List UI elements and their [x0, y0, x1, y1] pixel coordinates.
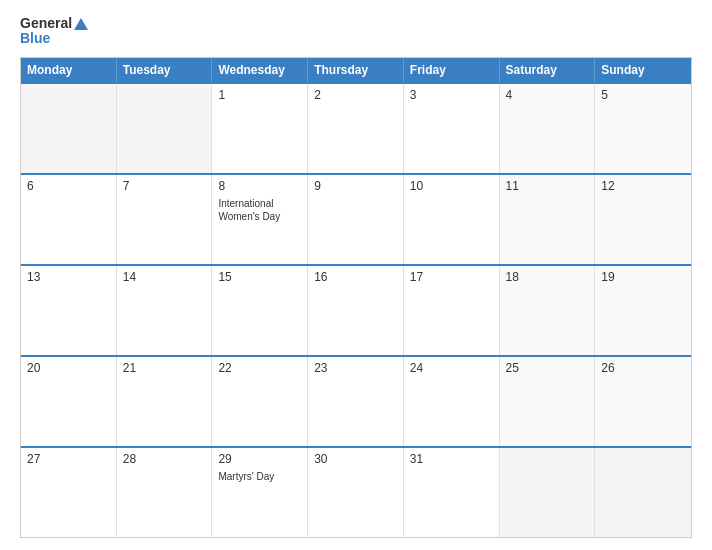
calendar-cell	[595, 448, 691, 537]
calendar-body: 12345678International Women's Day9101112…	[21, 82, 691, 537]
logo-triangle-icon	[74, 18, 88, 30]
day-number: 15	[218, 270, 301, 284]
calendar-cell: 15	[212, 266, 308, 355]
calendar-page: General Blue MondayTuesdayWednesdayThurs…	[0, 0, 712, 550]
calendar-cell: 8International Women's Day	[212, 175, 308, 264]
day-number: 11	[506, 179, 589, 193]
calendar-cell: 11	[500, 175, 596, 264]
calendar-cell: 21	[117, 357, 213, 446]
logo-blue-text: Blue	[20, 31, 50, 46]
calendar-cell: 9	[308, 175, 404, 264]
calendar-cell: 30	[308, 448, 404, 537]
day-number: 28	[123, 452, 206, 466]
calendar-cell: 14	[117, 266, 213, 355]
calendar-cell: 28	[117, 448, 213, 537]
day-number: 10	[410, 179, 493, 193]
calendar-event: International Women's Day	[218, 197, 301, 223]
calendar-cell: 2	[308, 84, 404, 173]
calendar-header-cell: Sunday	[595, 58, 691, 82]
calendar-grid: MondayTuesdayWednesdayThursdayFridaySatu…	[20, 57, 692, 538]
calendar-cell: 17	[404, 266, 500, 355]
day-number: 14	[123, 270, 206, 284]
calendar-cell: 16	[308, 266, 404, 355]
day-number: 3	[410, 88, 493, 102]
calendar-cell: 4	[500, 84, 596, 173]
logo: General Blue	[20, 16, 88, 47]
calendar-cell	[21, 84, 117, 173]
calendar-cell: 19	[595, 266, 691, 355]
calendar-cell: 20	[21, 357, 117, 446]
calendar-header-cell: Monday	[21, 58, 117, 82]
calendar-cell: 18	[500, 266, 596, 355]
day-number: 16	[314, 270, 397, 284]
day-number: 23	[314, 361, 397, 375]
logo-general-text: General	[20, 16, 72, 31]
calendar-week-row: 12345	[21, 82, 691, 173]
calendar-cell: 12	[595, 175, 691, 264]
day-number: 30	[314, 452, 397, 466]
day-number: 17	[410, 270, 493, 284]
page-header: General Blue	[20, 16, 692, 47]
day-number: 22	[218, 361, 301, 375]
day-number: 6	[27, 179, 110, 193]
day-number: 5	[601, 88, 685, 102]
day-number: 19	[601, 270, 685, 284]
day-number: 12	[601, 179, 685, 193]
calendar-week-row: 20212223242526	[21, 355, 691, 446]
calendar-week-row: 272829Martyrs' Day3031	[21, 446, 691, 537]
calendar-cell	[117, 84, 213, 173]
calendar-event: Martyrs' Day	[218, 470, 301, 483]
calendar-header-cell: Wednesday	[212, 58, 308, 82]
calendar-cell: 7	[117, 175, 213, 264]
calendar-header-cell: Friday	[404, 58, 500, 82]
day-number: 2	[314, 88, 397, 102]
calendar-week-row: 678International Women's Day9101112	[21, 173, 691, 264]
calendar-cell: 27	[21, 448, 117, 537]
calendar-cell: 24	[404, 357, 500, 446]
calendar-header-cell: Tuesday	[117, 58, 213, 82]
day-number: 25	[506, 361, 589, 375]
calendar-cell: 1	[212, 84, 308, 173]
calendar-cell: 26	[595, 357, 691, 446]
day-number: 13	[27, 270, 110, 284]
day-number: 20	[27, 361, 110, 375]
day-number: 31	[410, 452, 493, 466]
calendar-cell: 22	[212, 357, 308, 446]
day-number: 26	[601, 361, 685, 375]
calendar-cell: 23	[308, 357, 404, 446]
calendar-header-cell: Thursday	[308, 58, 404, 82]
day-number: 27	[27, 452, 110, 466]
day-number: 29	[218, 452, 301, 466]
calendar-header-cell: Saturday	[500, 58, 596, 82]
day-number: 4	[506, 88, 589, 102]
day-number: 7	[123, 179, 206, 193]
day-number: 8	[218, 179, 301, 193]
day-number: 1	[218, 88, 301, 102]
calendar-cell: 10	[404, 175, 500, 264]
calendar-cell: 25	[500, 357, 596, 446]
calendar-week-row: 13141516171819	[21, 264, 691, 355]
calendar-cell: 13	[21, 266, 117, 355]
calendar-header: MondayTuesdayWednesdayThursdayFridaySatu…	[21, 58, 691, 82]
calendar-cell: 29Martyrs' Day	[212, 448, 308, 537]
calendar-cell: 5	[595, 84, 691, 173]
day-number: 18	[506, 270, 589, 284]
calendar-cell: 31	[404, 448, 500, 537]
calendar-cell: 3	[404, 84, 500, 173]
calendar-cell	[500, 448, 596, 537]
day-number: 9	[314, 179, 397, 193]
day-number: 24	[410, 361, 493, 375]
calendar-cell: 6	[21, 175, 117, 264]
day-number: 21	[123, 361, 206, 375]
